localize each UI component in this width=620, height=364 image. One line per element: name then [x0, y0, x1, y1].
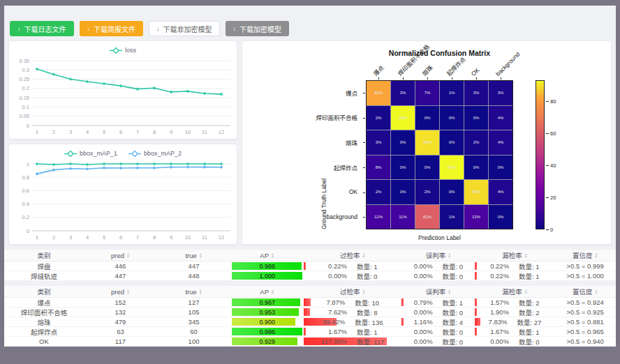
sort-icon[interactable]: ▲▼ [524, 289, 528, 294]
heatmap-cell: 3% [464, 81, 488, 105]
axis-tick [476, 77, 477, 79]
download-report-button[interactable]: ↓ 下载简报文件 [80, 21, 144, 36]
column-header-AP[interactable]: AP▲▼ [230, 286, 304, 297]
svg-text:0: 0 [27, 123, 29, 129]
cell-class: OK [4, 337, 84, 346]
heatmap-grid: 82%3%7%1%3%3%2%93%0%0%0%4%3%0%90%0%2%4%8… [366, 80, 513, 229]
heatmap-row-label: 焊印面积不合格 [242, 105, 362, 130]
cell-pred: 479 [84, 317, 157, 326]
axis-tick [363, 192, 365, 193]
heatmap-cell: 0% [464, 156, 488, 180]
download-unencrypted-model-button[interactable]: ↓ 下载非加密模型 [149, 21, 220, 36]
column-header-true[interactable]: true▲▼ [157, 250, 230, 261]
column-header-pred[interactable]: pred▲▼ [84, 250, 157, 261]
rate-bar [401, 318, 404, 326]
heatmap-cell: 3% [489, 81, 512, 105]
column-header-过检率[interactable]: 过检率▲▼ [304, 286, 401, 297]
sort-icon[interactable]: ▲▼ [271, 252, 274, 258]
heatmap-cell: 0% [489, 156, 512, 180]
heatmap-cell: 93% [440, 156, 464, 180]
legend-label: loss [125, 47, 136, 54]
metrics-tables: 类别pred▲▼true▲▼AP▲▼过检率▲▼误判率▲▼漏检率▲▼置信度▲▼焊盘… [4, 250, 616, 347]
legend-item[interactable]: bbox_mAP_2 [128, 150, 182, 157]
heatmap-cell: 2% [367, 180, 390, 204]
svg-text:2: 2 [52, 129, 55, 135]
ap-value: 0.929 [259, 338, 275, 345]
ap-value: 0.996 [259, 328, 275, 335]
column-header-label: 类别 [37, 287, 50, 296]
rate-count: 数量: 0 [443, 308, 464, 317]
colorbar-tick [546, 229, 549, 230]
column-header-置信度[interactable]: 置信度▲▼ [554, 286, 616, 297]
column-header-置信度[interactable]: 置信度▲▼ [554, 250, 616, 261]
svg-text:0.35: 0.35 [19, 58, 29, 64]
column-header-pred[interactable]: pred▲▼ [84, 286, 157, 297]
ap-value: 1.000 [259, 273, 275, 280]
sort-icon[interactable]: ▲▼ [448, 252, 451, 258]
ap-value: 0.986 [259, 263, 275, 270]
legend-marker-icon [110, 47, 122, 54]
rate-count: 数量: 1 [443, 298, 464, 307]
heatmap-cell: 0% [440, 130, 464, 155]
cell-confidence: >0.5 = 0.881 [554, 317, 616, 326]
colorbar-tick-label: 20 [550, 194, 556, 200]
left-charts-column: loss 00.050.10.150.20.250.30.35123456789… [8, 40, 237, 245]
heatmap-row-label: OK [242, 180, 362, 205]
sort-icon[interactable]: ▲▼ [126, 252, 130, 258]
dashboard-page: ↓ 下载日志文件 ↓ 下载简报文件 ↓ 下载非加密模型 ↓ 下载加密模型 los… [4, 6, 616, 347]
svg-text:10: 10 [185, 129, 191, 135]
download-log-button[interactable]: ↓ 下载日志文件 [10, 21, 74, 36]
axis-tick [363, 93, 365, 93]
rate-bar [304, 328, 306, 335]
legend-item[interactable]: bbox_mAP_1 [64, 150, 117, 157]
sort-icon[interactable]: ▲▼ [271, 289, 274, 294]
svg-text:11: 11 [202, 234, 207, 241]
rate-value: 0.79% [414, 298, 433, 306]
rate-value: 0.00% [414, 272, 433, 280]
rate-bar [304, 308, 310, 316]
rate-value: 0.22% [490, 262, 509, 270]
sort-icon[interactable]: ▲▼ [199, 252, 202, 258]
cell-ap: 0.900 [230, 317, 304, 326]
heatmap-cell: 0% [440, 106, 464, 130]
rate-count: 数量: 1 [519, 261, 540, 271]
heatmap-cell: 0% [489, 205, 512, 229]
rate-count: 数量: 0 [443, 327, 464, 336]
column-header-label: 误判率 [426, 250, 446, 260]
sort-icon[interactable]: ▲▼ [594, 252, 598, 258]
legend-item[interactable]: loss [110, 47, 136, 54]
sort-icon[interactable]: ▲▼ [199, 289, 202, 294]
column-header-误判率[interactable]: 误判率▲▼ [401, 250, 475, 261]
heatmap-col-label: 起焊炸点 [445, 56, 467, 77]
heatmap-cell: 0% [391, 180, 415, 204]
cell-class: 熔珠 [4, 317, 84, 326]
download-encrypted-model-button[interactable]: ↓ 下载加密模型 [226, 21, 290, 36]
sort-icon[interactable]: ▲▼ [524, 252, 528, 258]
sort-icon[interactable]: ▲▼ [594, 289, 598, 294]
rate-value: 1.67% [328, 328, 347, 335]
heatmap-cell: 8% [367, 156, 390, 180]
column-header-AP[interactable]: AP▲▼ [230, 250, 304, 261]
column-header-漏检率[interactable]: 漏检率▲▼ [475, 286, 554, 297]
colorbar-tick-label: 60 [550, 130, 556, 136]
heatmap-cell: 3% [367, 130, 390, 155]
rate-cell: 1.67%数量: 1 [475, 327, 554, 336]
svg-text:7: 7 [136, 129, 139, 135]
rate-bar [304, 262, 306, 270]
column-header-漏检率[interactable]: 漏检率▲▼ [475, 250, 554, 261]
sort-icon[interactable]: ▲▼ [448, 289, 451, 294]
colorbar-tick [546, 165, 549, 166]
sort-icon[interactable]: ▲▼ [126, 289, 130, 294]
column-header-true[interactable]: true▲▼ [157, 286, 230, 297]
rate-cell: 0.00%数量: 0 [304, 271, 401, 280]
sort-icon[interactable]: ▲▼ [362, 252, 366, 258]
column-header-label: pred [111, 288, 124, 296]
cell-pred: 152 [84, 298, 157, 307]
column-header-过检率[interactable]: 过检率▲▼ [304, 250, 401, 261]
legend-label: bbox_mAP_2 [144, 150, 182, 157]
toolbar: ↓ 下载日志文件 ↓ 下载简报文件 ↓ 下载非加密模型 ↓ 下载加密模型 [10, 21, 616, 36]
column-header-误判率[interactable]: 误判率▲▼ [401, 286, 475, 297]
axis-tick [403, 77, 404, 79]
sort-icon[interactable]: ▲▼ [362, 289, 366, 294]
svg-text:5: 5 [103, 129, 105, 135]
